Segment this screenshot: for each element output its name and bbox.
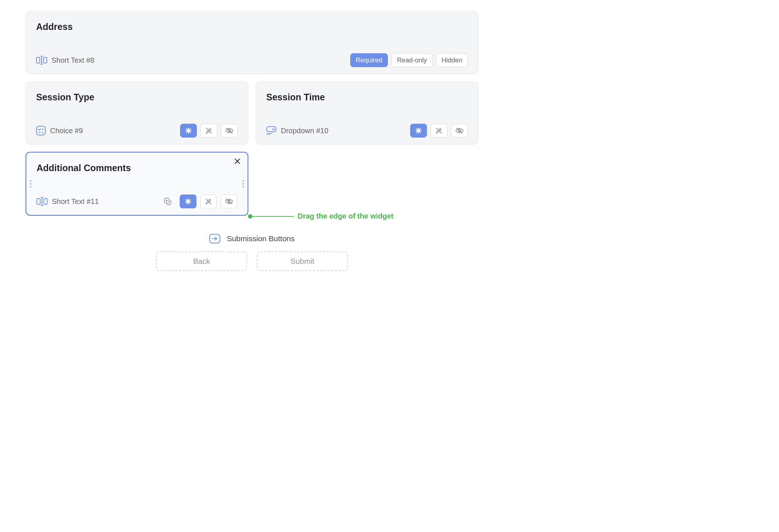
close-button[interactable] — [232, 156, 243, 166]
eye-off-icon — [455, 127, 463, 134]
card-actions — [159, 194, 237, 208]
card-session-time[interactable]: Session Time Dropdown #10 — [256, 81, 478, 144]
annotation-text: Drag the edge of the widget — [298, 212, 393, 220]
field-label: Short Text #11 — [52, 197, 99, 206]
svg-rect-5 — [37, 126, 45, 135]
card-actions — [410, 124, 468, 138]
eye-off-icon — [225, 127, 233, 134]
duplicate-button[interactable] — [159, 194, 176, 208]
pencil-off-icon — [435, 127, 443, 134]
card-actions: Required Read-only Hidden — [350, 53, 468, 67]
duplicate-icon — [163, 197, 172, 206]
readonly-toggle[interactable] — [431, 124, 447, 138]
readonly-toggle[interactable] — [201, 124, 217, 138]
field-label: Short Text #8 — [51, 56, 94, 65]
drag-handle-left[interactable] — [30, 180, 31, 188]
svg-rect-29 — [44, 198, 47, 204]
svg-rect-0 — [37, 57, 40, 63]
card-title: Additional Comments — [37, 163, 237, 173]
submit-button[interactable]: Submit — [257, 251, 348, 271]
submission-buttons-heading: Submission Buttons — [209, 234, 295, 243]
card-title: Address — [36, 22, 468, 32]
hidden-toggle[interactable] — [451, 124, 468, 138]
field-type-short-text: Short Text #8 — [36, 56, 94, 65]
hidden-pill[interactable]: Hidden — [436, 53, 468, 67]
card-title: Session Time — [266, 92, 468, 103]
readonly-pill[interactable]: Read-only — [392, 53, 432, 67]
submission-heading-text: Submission Buttons — [227, 234, 295, 243]
hidden-toggle[interactable] — [221, 194, 237, 208]
back-button[interactable]: Back — [156, 251, 247, 271]
readonly-toggle[interactable] — [200, 194, 217, 208]
asterisk-icon — [416, 128, 421, 134]
eye-off-icon — [225, 198, 233, 205]
hidden-toggle[interactable] — [221, 124, 238, 138]
svg-rect-16 — [267, 127, 276, 132]
choice-icon — [36, 126, 46, 135]
short-text-icon — [37, 197, 47, 206]
card-address[interactable]: Address Short Text #8 Required Read-only — [26, 11, 478, 74]
asterisk-icon — [186, 128, 191, 134]
svg-rect-1 — [43, 57, 47, 63]
asterisk-icon — [185, 198, 191, 204]
field-label: Dropdown #10 — [281, 127, 328, 135]
required-toggle[interactable] — [180, 194, 196, 208]
required-toggle[interactable] — [180, 124, 197, 138]
field-label: Choice #9 — [50, 127, 83, 135]
short-text-icon — [36, 56, 47, 65]
required-toggle[interactable] — [410, 124, 427, 138]
card-additional-comments[interactable]: Additional Comments Short Text #11 — [26, 152, 248, 216]
pencil-off-icon — [205, 198, 212, 205]
svg-rect-28 — [37, 198, 40, 204]
card-session-type[interactable]: Session Type Choice #9 — [26, 81, 248, 144]
close-icon — [234, 158, 240, 164]
annotation-line — [250, 216, 294, 217]
field-type-choice: Choice #9 — [36, 126, 83, 135]
dropdown-icon — [266, 126, 276, 135]
card-title: Session Type — [36, 92, 238, 103]
field-type-short-text: Short Text #11 — [37, 197, 99, 206]
pencil-off-icon — [205, 127, 213, 134]
field-type-dropdown: Dropdown #10 — [266, 126, 328, 135]
submit-arrow-icon — [209, 234, 220, 243]
card-actions — [180, 124, 238, 138]
required-pill[interactable]: Required — [350, 53, 388, 67]
drag-handle-right[interactable] — [243, 180, 244, 188]
